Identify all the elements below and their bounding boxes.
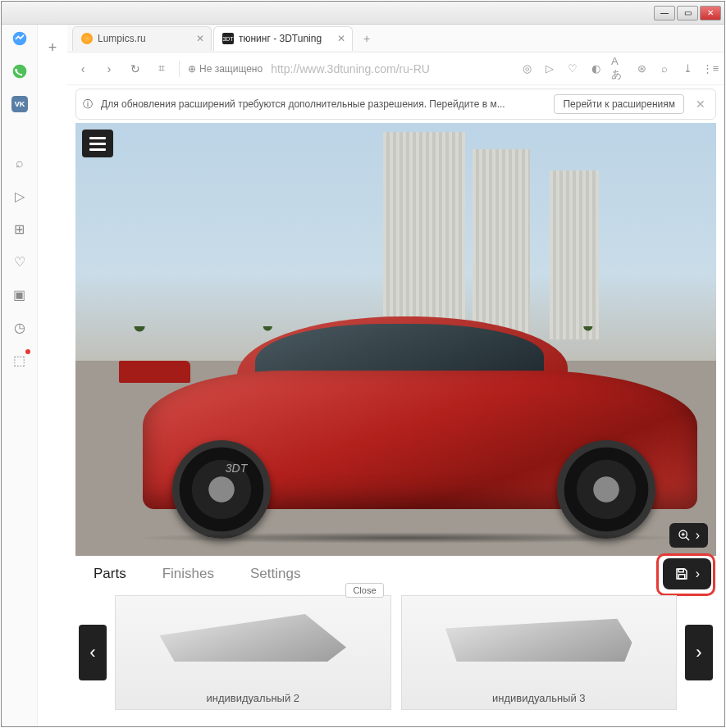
snapshot-icon[interactable]: ◎ (519, 61, 534, 76)
window-titlebar: — ▭ ✕ (2, 2, 724, 25)
vk-icon[interactable]: VK (11, 95, 29, 113)
tab-close-icon[interactable]: ✕ (337, 33, 345, 44)
hamburger-line (89, 148, 106, 151)
favicon-3dtuning: 3DT (222, 33, 234, 44)
download-icon[interactable]: ⤓ (680, 61, 695, 76)
box-icon[interactable]: ⬚ (11, 351, 29, 369)
car-shadow (131, 532, 685, 544)
hamburger-line (89, 137, 106, 139)
security-status[interactable]: ⊕ Не защищено (188, 63, 263, 75)
bookmark-icon[interactable]: ▣ (11, 285, 29, 303)
tab-title: тюнинг - 3DTuning (239, 33, 322, 44)
forward-button[interactable]: › (100, 60, 118, 78)
save-button[interactable]: › (663, 558, 711, 589)
extension-icon[interactable]: ⊛ (634, 61, 649, 76)
svg-rect-9 (678, 575, 685, 579)
chevron-right-icon: › (696, 566, 700, 581)
whatsapp-icon[interactable] (11, 62, 29, 80)
notification-message: Для обновления расширений требуются допо… (101, 98, 546, 110)
zoom-in-icon (678, 529, 691, 542)
heart-icon[interactable]: ♡ (11, 253, 29, 271)
parts-next-button[interactable]: › (685, 625, 713, 680)
car-spoiler (119, 361, 189, 383)
play-icon[interactable]: ▷ (542, 61, 557, 76)
send-icon[interactable]: ▷ (11, 187, 29, 205)
svg-line-5 (686, 537, 689, 540)
rear-wheel (172, 440, 271, 539)
address-bar: ‹ › ↻ ⌗ ⊕ Не защищено http://www.3dtunin… (67, 52, 724, 85)
new-tab-button[interactable]: + (358, 30, 376, 48)
tab-lumpics[interactable]: Lumpics.ru ✕ (72, 26, 212, 51)
info-icon: ⓘ (83, 98, 93, 111)
favicon-lumpics (81, 33, 93, 44)
globe-icon: ⊕ (188, 63, 196, 75)
window-close-button[interactable]: ✕ (700, 6, 721, 20)
magnify-icon[interactable]: ⌕ (657, 61, 672, 76)
part-card[interactable]: Close индивидуальный 2 (115, 595, 391, 710)
url-field[interactable]: http://www.3dtuning.com/ru-RU (271, 62, 511, 75)
part-thumbnail (445, 614, 632, 662)
messenger-icon[interactable] (11, 30, 29, 48)
car-logo: 3DT (226, 462, 247, 475)
panel-tabs: Parts Finishes Settings › (75, 556, 716, 592)
car-model[interactable]: 3DT (107, 292, 697, 539)
speed-dial-icon[interactable]: ⌗ (153, 60, 171, 78)
heart-icon[interactable]: ♡ (565, 61, 580, 76)
car-scene[interactable]: 3DT (75, 123, 716, 556)
workspace-add-button[interactable]: + (48, 39, 57, 57)
svg-point-1 (12, 65, 26, 79)
extension-notification: ⓘ Для обновления расширений требуются до… (75, 89, 716, 120)
tab-title: Lumpics.ru (98, 33, 146, 44)
tab-bar: Lumpics.ru ✕ 3DT тюнинг - 3DTuning ✕ + (67, 25, 724, 52)
back-button[interactable]: ‹ (74, 60, 92, 78)
bottom-panel: Parts Finishes Settings › ‹ Close (75, 556, 716, 720)
zoom-button[interactable]: › (669, 523, 708, 548)
tab-3dtuning[interactable]: 3DT тюнинг - 3DTuning ✕ (213, 26, 353, 51)
hamburger-line (89, 143, 106, 145)
window-minimize-button[interactable]: — (654, 6, 675, 20)
history-icon[interactable]: ◷ (11, 318, 29, 336)
tab-close-icon[interactable]: ✕ (196, 33, 204, 44)
svg-text:VK: VK (14, 100, 25, 108)
search-icon[interactable]: ⌕ (11, 154, 29, 172)
front-wheel (557, 440, 655, 539)
part-label: индивидуальный 3 (492, 692, 586, 704)
menu-button[interactable] (82, 130, 113, 157)
parts-list: ‹ Close индивидуальный 2 индивидуальный … (75, 592, 716, 713)
reload-button[interactable]: ↻ (126, 60, 144, 78)
part-label: индивидуальный 2 (206, 692, 299, 704)
tab-side-column: + (38, 25, 67, 726)
parts-prev-button[interactable]: ‹ (79, 625, 107, 680)
go-to-extensions-button[interactable]: Перейти к расширениям (554, 94, 684, 114)
part-card[interactable]: индивидуальный 3 (401, 595, 678, 710)
close-chip[interactable]: Close (345, 583, 383, 598)
tab-settings[interactable]: Settings (232, 556, 318, 592)
svg-rect-8 (678, 569, 683, 572)
shield-icon[interactable]: ◐ (588, 61, 603, 76)
chevron-right-icon: › (696, 528, 700, 543)
apps-icon[interactable]: ⊞ (11, 220, 29, 238)
notification-close-icon[interactable]: ✕ (692, 98, 709, 111)
security-label: Не защищено (199, 63, 263, 75)
translate-icon[interactable]: Aあ (611, 61, 626, 76)
tab-finishes[interactable]: Finishes (144, 556, 232, 592)
page-viewport: 3DT › Parts Finishes Settings (75, 123, 716, 720)
easy-setup-icon[interactable]: ⋮≡ (703, 61, 718, 76)
tab-parts[interactable]: Parts (75, 556, 144, 592)
window-maximize-button[interactable]: ▭ (677, 6, 698, 20)
save-icon (674, 566, 689, 581)
opera-sidebar: VK ⌕ ▷ ⊞ ♡ ▣ ◷ ⬚ (2, 25, 38, 726)
part-thumbnail (160, 614, 346, 662)
